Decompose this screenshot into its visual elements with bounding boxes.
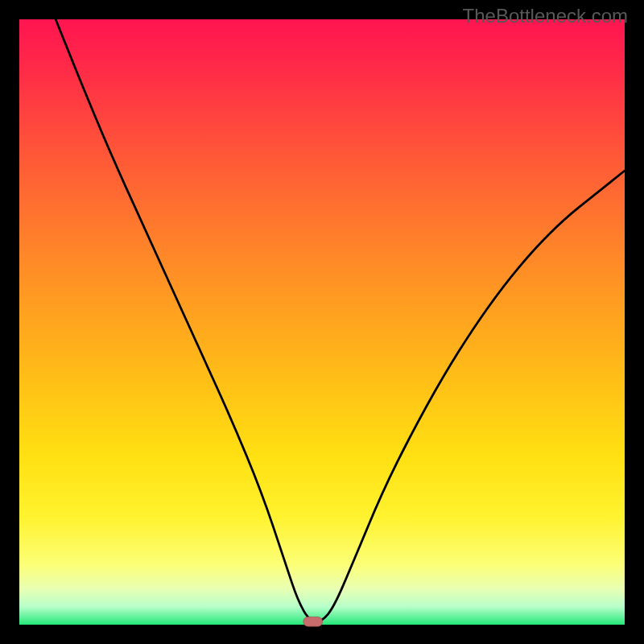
chart-svg bbox=[19, 19, 625, 625]
bottleneck-curve bbox=[56, 19, 625, 621]
watermark-text: TheBottleneck.com bbox=[463, 5, 628, 27]
optimum-marker bbox=[303, 617, 323, 626]
chart-frame: TheBottleneck.com bbox=[0, 0, 644, 644]
plot-area bbox=[19, 19, 625, 625]
